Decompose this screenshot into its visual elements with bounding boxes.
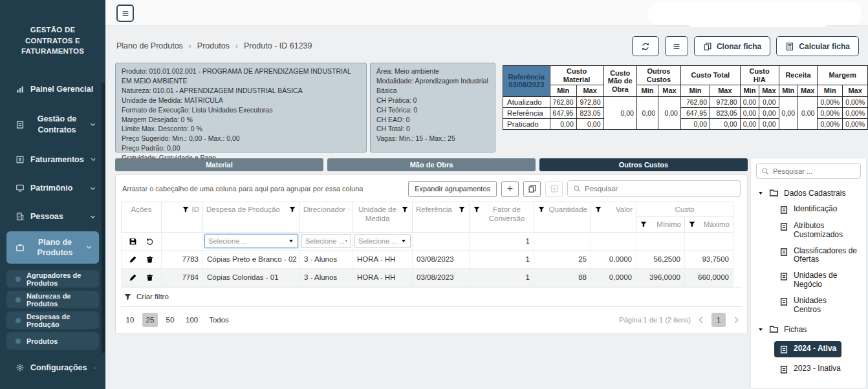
tab-outros-custos[interactable]: Outros Custos [539,158,748,171]
page-size-10[interactable]: 10 [122,313,138,327]
prev-page-icon[interactable] [697,315,706,324]
caret-down-icon[interactable] [757,190,764,196]
info-line: CH EAD: 0 [376,115,489,125]
filter-icon[interactable] [640,220,647,228]
tab-material[interactable]: Material [115,158,323,171]
sidebar-item-patrimonio[interactable]: Patrimônio [0,183,105,193]
sidebar-item-gestao-contratos[interactable]: Gestão de Contratos [0,114,105,135]
caret-down-icon[interactable] [757,326,764,333]
grid-row-7783[interactable]: 7783 Cópias Preto e Branco - 02 3 - Alun… [122,250,733,268]
direcionador-select[interactable]: Selecione ... [301,234,351,248]
sidebar-item-pessoas[interactable]: Pessoas [0,211,105,222]
despesa-select[interactable]: Selecione ... [204,234,298,248]
top-actions: Clonar ficha Calcular ficha [632,36,859,56]
tree-node-2024-ativa[interactable]: 2024 - Ativa [774,341,841,357]
tab-mao-de-obra[interactable]: Mão de Obra [327,158,536,171]
tree-node-atributos-customizados[interactable]: Atributos Customizados [779,222,861,240]
sidebar-item-label: Gestão de Contratos [30,114,83,135]
info-line: CH Total: 0 [376,124,489,134]
edit-icon[interactable] [129,255,137,264]
refresh-button[interactable] [632,36,659,56]
tree-node-unidades-centros[interactable]: Unidades Centros [779,297,861,315]
delete-icon[interactable] [146,273,154,282]
filter-icon[interactable] [348,205,349,213]
options-button[interactable] [665,36,688,56]
breadcrumb-item[interactable]: Produtos [197,41,230,50]
search-icon [761,167,769,175]
page-size-todos[interactable]: Todos [206,313,232,327]
filter-icon[interactable] [473,205,481,213]
ref-group-header: Custo H/A [740,66,779,85]
tree-node-classificadores-de-ofertas[interactable]: Classificadores de Ofertas [779,247,861,265]
ref-min-header: Min [818,85,843,97]
ref-value: 0,00% [818,96,843,107]
sidebar-subitem-produtos[interactable]: Produtos [6,332,99,350]
filter-icon[interactable] [401,205,409,213]
fator-input-value[interactable]: 1 [470,232,534,250]
tree-node-fichas[interactable]: Fichas [757,324,861,334]
save-icon[interactable] [129,237,137,246]
sidebar-item-label: Faturamentos [30,154,84,165]
add-row-button[interactable]: + [501,181,519,197]
tree-node-unidades-de-negocio[interactable]: Unidades de Negócio [779,271,861,289]
expand-groups-button[interactable]: Expandir agrupamentos [408,181,497,197]
filter-icon[interactable] [688,220,696,228]
sidebar-item-configuracoes[interactable]: Configurações [0,363,105,373]
sidebar-subitem-naturezas-de-produtos[interactable]: Naturezas de Produtos [6,291,99,308]
ref-max-header: Max [759,85,779,97]
sidebar-subitem-agrupadores-de-produtos[interactable]: Agrupadores de Produtos [6,270,99,288]
filter-icon[interactable] [594,205,602,213]
cell-direcionador: 3 - Alunos [300,268,353,286]
grid-row-7784[interactable]: 7784 Cópias Coloridas - 01 3 - Alunos HO… [122,268,733,286]
tree-node-label: Identificação [794,205,837,214]
create-filter-button[interactable]: Criar filtro [121,287,742,307]
tree-node-label: Unidades de Negócio [794,271,858,289]
edit-icon[interactable] [129,273,137,282]
tree-node-2023-inativa[interactable]: 2023 - Inativa [779,364,861,374]
reference-summary-table: Referência 03/08/2023 Custo Material Cus… [503,65,868,130]
sidebar-subitem-despesas-de-producao[interactable]: Despesas de Produção [6,311,99,329]
filter-icon[interactable] [458,205,466,213]
ref-row-label: Atualizado [503,96,550,107]
tree-search-box [756,163,861,179]
document-icon [779,297,788,306]
next-page-icon[interactable] [732,315,741,324]
undo-icon[interactable] [146,237,154,246]
cell-referencia: 03/08/2023 [413,250,470,268]
ref-value: 0,00 [740,107,759,118]
delete-icon[interactable] [146,255,154,264]
sidebar-scrollbar[interactable] [102,83,105,353]
filter-icon[interactable] [182,205,190,213]
sidebar-item-painel-gerencial[interactable]: Painel Gerencial [0,84,105,94]
page-number-button[interactable]: 1 [711,313,726,327]
building-icon [16,212,25,221]
unidade-select[interactable]: Selecione ... [354,234,411,248]
grid-toolbar: Arrastar o cabeçalho de uma coluna para … [116,175,747,202]
column-chooser-button[interactable] [523,181,541,197]
calculate-record-button[interactable]: Calcular ficha [776,36,859,56]
redacted-area [687,14,829,27]
grid-search-input[interactable] [585,185,735,193]
chevron-down-icon [89,213,96,220]
breadcrumb-item[interactable]: Plano de Produtos [116,41,183,50]
info-line: Margem Desejada: 0 % [122,115,360,125]
invoice-icon [16,155,25,164]
tree-node-label: Atributos Customizados [794,222,858,240]
page-size-50[interactable]: 50 [162,313,178,327]
page-size-25[interactable]: 25 [142,313,158,327]
menu-toggle-button[interactable] [116,5,134,22]
col-header-custo: Custo [675,205,694,213]
ref-group-header: Margem [818,66,868,85]
tree-node-dados-cadastrais[interactable]: Dados Cadastrais [757,188,861,198]
clone-record-button[interactable]: Clonar ficha [694,36,770,56]
tree-search-input[interactable] [773,167,856,175]
sidebar-item-faturamentos[interactable]: Faturamentos [0,154,105,165]
ref-max-header: Max [843,85,868,97]
export-button[interactable] [545,181,563,197]
filter-icon[interactable] [288,205,296,213]
tree-node-identificacao[interactable]: Identificação [779,205,861,215]
sidebar-item-plano-de-produtos[interactable]: Plano de Produtos [6,231,99,264]
page-size-100[interactable]: 100 [182,313,201,327]
cell-custo-max: 660,0000 [685,268,733,286]
filter-icon[interactable] [537,205,545,213]
